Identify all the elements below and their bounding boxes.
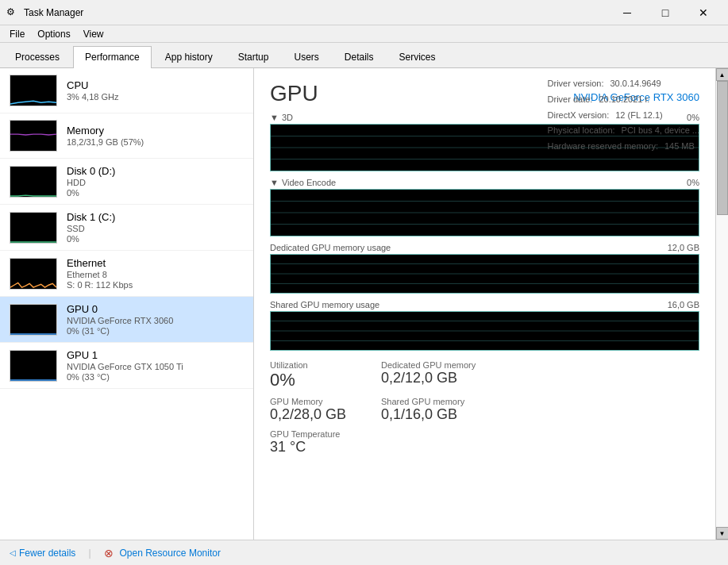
gpu1-name: GPU 1: [67, 349, 244, 361]
open-resource-monitor-label: Open Resource Monitor: [120, 548, 221, 559]
bottom-separator: |: [88, 548, 91, 559]
disk0-info: Disk 0 (D:) HDD 0%: [67, 165, 244, 198]
menu-options[interactable]: Options: [31, 27, 76, 41]
tab-services[interactable]: Services: [387, 46, 448, 67]
disk1-type: SSD: [67, 224, 244, 233]
tab-app-history[interactable]: App history: [153, 46, 225, 67]
title-bar: ⚙ Task Manager ─ □ ✕: [0, 0, 728, 25]
utilization-block: Utilization 0%: [270, 360, 349, 390]
ethernet-speed: S: 0 R: 112 Kbps: [67, 280, 244, 290]
video-encode-label: Video Encode: [282, 178, 687, 187]
sidebar-item-memory[interactable]: Memory 18,2/31,9 GB (57%): [0, 113, 253, 159]
dedicated-max: 12,0 GB: [668, 243, 699, 252]
sidebar-item-cpu[interactable]: CPU 3% 4,18 GHz: [0, 68, 253, 113]
scroll-thumb[interactable]: [717, 81, 728, 215]
menu-bar: File Options View: [0, 25, 728, 43]
gpu0-name: GPU 0: [67, 303, 244, 315]
gpu1-sparkline: [10, 350, 57, 382]
dedicated-mem-value: 0,2/12,0 GB: [381, 370, 476, 386]
disk0-type: HDD: [67, 178, 244, 187]
physical-location-row: Physical location: PCI bus 4, device ...: [548, 123, 699, 139]
gpu1-usage: 0% (33 °C): [67, 372, 244, 382]
dedicated-mem-label: Dedicated GPU memory: [381, 360, 476, 370]
tab-performance[interactable]: Performance: [73, 46, 152, 68]
menu-view[interactable]: View: [77, 27, 110, 41]
disk0-pct: 0%: [67, 188, 244, 198]
tab-startup[interactable]: Startup: [226, 46, 281, 67]
fewer-details-label: Fewer details: [19, 548, 75, 559]
scroll-down-button[interactable]: ▼: [716, 527, 729, 540]
video-encode-graph-section: ▼ Video Encode 0%: [270, 178, 699, 236]
sidebar-item-disk1[interactable]: Disk 1 (C:) SSD 0%: [0, 205, 253, 251]
tab-bar: Processes Performance App history Startu…: [0, 43, 728, 68]
driver-version-key: Driver version:: [548, 76, 604, 92]
hw-reserved-row: Hardware reserved memory: 145 MB: [548, 139, 699, 155]
sidebar-item-gpu0[interactable]: GPU 0 NVIDIA GeForce RTX 3060 0% (31 °C): [0, 297, 253, 343]
hw-reserved-key: Hardware reserved memory:: [548, 139, 658, 155]
cpu-sparkline: [10, 75, 57, 106]
memory-detail: 18,2/31,9 GB (57%): [67, 137, 244, 147]
shared-mem-label: Shared GPU memory: [381, 397, 464, 406]
shared-label: Shared GPU memory usage: [270, 300, 668, 309]
scroll-track[interactable]: [716, 81, 728, 527]
maximize-button[interactable]: □: [647, 0, 684, 25]
gpu-temp-value: 31 °C: [270, 439, 349, 455]
fewer-details-link[interactable]: ◁ Fewer details: [10, 548, 75, 559]
shared-graph: [270, 311, 699, 351]
gpu-temp-block: GPU Temperature 31 °C: [270, 429, 349, 455]
tab-details[interactable]: Details: [333, 46, 386, 67]
sidebar-item-ethernet[interactable]: Ethernet Ethernet 8 S: 0 R: 112 Kbps: [0, 251, 253, 297]
cpu-info: CPU 3% 4,18 GHz: [67, 79, 244, 102]
bottom-bar: ◁ Fewer details | ⊗ Open Resource Monito…: [0, 540, 728, 565]
shared-max: 16,0 GB: [668, 300, 699, 309]
hw-reserved-val: 145 MB: [664, 139, 695, 155]
disk0-name: Disk 0 (D:): [67, 165, 244, 177]
shared-mem-block: Shared GPU memory 0,1/16,0 GB: [381, 397, 464, 423]
driver-date-key: Driver date:: [548, 92, 593, 108]
scrollbar[interactable]: ▲ ▼: [715, 68, 728, 540]
gpu-section-title: GPU: [270, 81, 318, 106]
window-title: Task Manager: [24, 7, 609, 18]
memory-name: Memory: [67, 125, 244, 136]
tab-users[interactable]: Users: [282, 46, 330, 67]
gpu-temp-label: GPU Temperature: [270, 429, 349, 439]
cpu-detail: 3% 4,18 GHz: [67, 92, 244, 102]
sidebar-item-gpu1[interactable]: GPU 1 NVIDIA GeForce GTX 1050 Ti 0% (33 …: [0, 343, 253, 389]
gpu-memory-block: GPU Memory 0,2/28,0 GB: [270, 397, 349, 423]
stats-row3: GPU Temperature 31 °C: [270, 429, 699, 455]
stats-row: Utilization 0% Dedicated GPU memory 0,2/…: [270, 360, 699, 390]
driver-date-row: Driver date: 20.10.2021 г.: [548, 92, 699, 108]
video-encode-chevron: ▼: [270, 178, 279, 187]
gpu0-info: GPU 0 NVIDIA GeForce RTX 3060 0% (31 °C): [67, 303, 244, 336]
video-encode-graph: [270, 189, 699, 236]
scroll-up-button[interactable]: ▲: [716, 68, 729, 81]
menu-file[interactable]: File: [3, 27, 31, 41]
sidebar-item-disk0[interactable]: Disk 0 (D:) HDD 0%: [0, 159, 253, 205]
directx-row: DirectX version: 12 (FL 12.1): [548, 108, 699, 124]
memory-sparkline: [10, 120, 57, 152]
dedicated-label-row: Dedicated GPU memory usage 12,0 GB: [270, 243, 699, 252]
shared-mem-value: 0,1/16,0 GB: [381, 406, 464, 423]
gpu1-info: GPU 1 NVIDIA GeForce GTX 1050 Ti 0% (33 …: [67, 349, 244, 382]
gpu-memory-value: 0,2/28,0 GB: [270, 406, 349, 423]
shared-gpu-section: Shared GPU memory usage 16,0 GB: [270, 300, 699, 351]
gpu0-model: NVIDIA GeForce RTX 3060: [67, 316, 244, 325]
tab-processes[interactable]: Processes: [3, 46, 71, 67]
cpu-name: CPU: [67, 79, 244, 91]
close-button[interactable]: ✕: [685, 0, 722, 25]
shared-label-row: Shared GPU memory usage 16,0 GB: [270, 300, 699, 309]
disk1-pct: 0%: [67, 234, 244, 244]
open-resource-monitor-link[interactable]: ⊗ Open Resource Monitor: [104, 547, 221, 559]
video-encode-label-row: ▼ Video Encode 0%: [270, 178, 699, 187]
gpu0-usage: 0% (31 °C): [67, 326, 244, 336]
disk1-sparkline: [10, 212, 57, 244]
app-icon: ⚙: [6, 6, 19, 19]
gpu1-model: NVIDIA GeForce GTX 1050 Ti: [67, 362, 244, 371]
dedicated-gpu-section: Dedicated GPU memory usage 12,0 GB: [270, 243, 699, 294]
minimize-button[interactable]: ─: [609, 0, 645, 25]
disk1-name: Disk 1 (C:): [67, 211, 244, 223]
disk1-info: Disk 1 (C:) SSD 0%: [67, 211, 244, 244]
gpu0-sparkline: [10, 304, 57, 336]
utilization-label: Utilization: [270, 360, 349, 370]
sidebar: CPU 3% 4,18 GHz Memory 18,2/31,9 GB (57%…: [0, 68, 254, 540]
